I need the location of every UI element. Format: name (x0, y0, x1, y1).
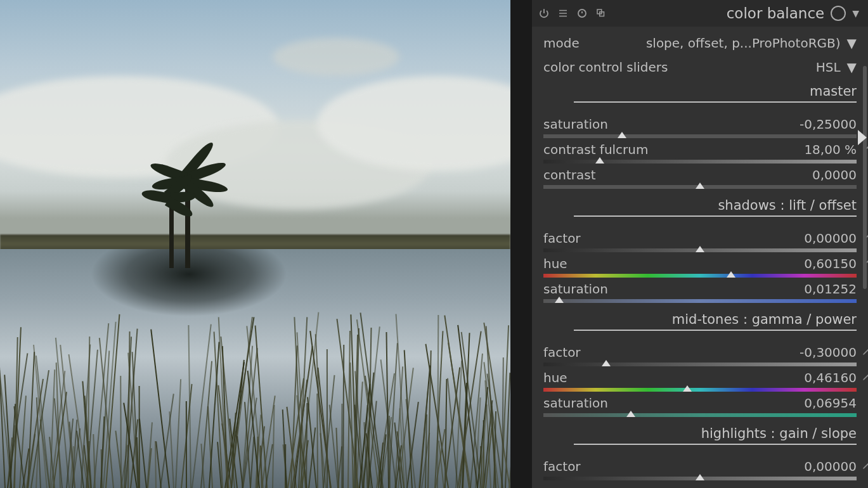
slider-label: saturation (543, 117, 608, 132)
module-body: mode slope, offset, p...ProPhotoRGB) ▼ c… (532, 27, 868, 488)
midtones-saturation-slider[interactable]: saturation 0,06954 (543, 395, 857, 417)
multi-instance-icon[interactable] (557, 8, 569, 19)
slider-label: factor (543, 459, 581, 474)
section-midtones: mid-tones : gamma / power (574, 312, 857, 331)
midtones-factor-slider[interactable]: factor -0,30000 (543, 345, 857, 366)
slider-label: factor (543, 345, 581, 360)
shadows-hue-slider[interactable]: hue 0,60150 (543, 256, 857, 278)
mode-value: slope, offset, p...ProPhotoRGB) (646, 35, 841, 51)
slider-label: contrast (543, 167, 596, 183)
palm-trees (153, 141, 230, 268)
slider-value: -0,30000 (581, 345, 857, 360)
slider-value: 0,01252 (608, 281, 857, 297)
power-icon[interactable] (538, 8, 550, 19)
color-picker-icon[interactable] (862, 460, 868, 472)
slider-value: 0,06954 (608, 395, 857, 411)
module-title: color balance (613, 5, 824, 22)
midtones-hue-slider[interactable]: hue 0,46160 (543, 370, 857, 392)
image-preview[interactable] (0, 0, 510, 488)
slider-value: 0,60150 (567, 256, 857, 271)
color-picker-icon[interactable] (862, 371, 868, 383)
slider-value: 0,00000 (581, 231, 857, 246)
color-control-sliders-combobox[interactable]: color control sliders HSL ▼ (543, 60, 857, 75)
slider-value: 0,00000 (581, 459, 857, 474)
module-header: color balance ▼ (532, 0, 868, 27)
section-shadows: shadows : lift / offset (574, 198, 857, 217)
reeds (0, 311, 510, 488)
slider-label: hue (543, 256, 567, 271)
slider-label: factor (543, 231, 581, 246)
mode-combobox[interactable]: mode slope, offset, p...ProPhotoRGB) ▼ (543, 35, 857, 51)
color-balance-panel: color balance ▼ mode slope, offset, p...… (532, 0, 868, 488)
mode-label: mode (543, 35, 580, 51)
slider-label: contrast fulcrum (543, 142, 649, 157)
svg-rect-1 (559, 13, 567, 14)
shadows-factor-slider[interactable]: factor 0,00000 (543, 231, 857, 252)
slider-label: saturation (543, 395, 608, 411)
panel-collapse-arrow-icon[interactable] (858, 130, 867, 145)
mask-indicator-icon[interactable] (831, 6, 846, 21)
sliders-label: color control sliders (543, 60, 668, 75)
slider-value: -0,25000 (608, 117, 857, 132)
shadows-saturation-slider[interactable]: saturation 0,01252 (543, 281, 857, 303)
slider-value: 0,46160 (567, 370, 857, 385)
slider-label: saturation (543, 281, 608, 297)
slider-value: 18,00 % (649, 142, 857, 157)
color-picker-icon[interactable] (862, 346, 868, 357)
chevron-down-icon: ▼ (847, 35, 857, 51)
section-master: master (574, 84, 857, 103)
section-highlights: highlights : gain / slope (574, 426, 857, 445)
master-contrast-fulcrum-slider[interactable]: contrast fulcrum 18,00 % (543, 142, 857, 164)
sky-region (0, 0, 510, 273)
expand-toggle-icon[interactable]: ▼ (852, 8, 859, 18)
master-contrast-slider[interactable]: contrast 0,0000 (543, 167, 857, 189)
reset-icon[interactable] (576, 8, 588, 19)
sliders-value: HSL (816, 60, 841, 75)
chevron-down-icon: ▼ (847, 60, 857, 75)
panel-scrollbar[interactable] (863, 66, 867, 289)
svg-rect-0 (559, 10, 567, 11)
highlights-factor-slider[interactable]: factor 0,00000 (543, 459, 857, 480)
panel-gap (510, 0, 532, 488)
slider-value: 0,0000 (596, 167, 857, 183)
master-saturation-slider[interactable]: saturation -0,25000 (543, 117, 857, 138)
svg-rect-2 (559, 16, 567, 17)
slider-label: hue (543, 370, 567, 385)
presets-icon[interactable] (595, 8, 607, 19)
